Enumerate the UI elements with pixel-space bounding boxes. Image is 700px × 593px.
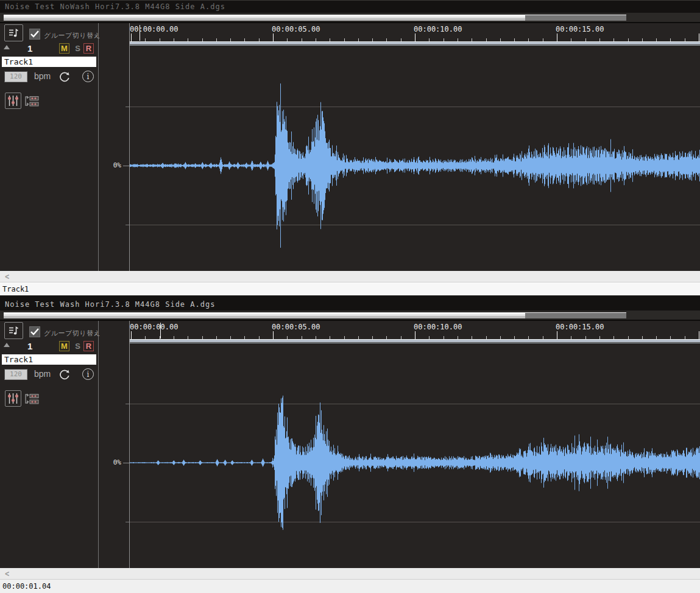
tab-scroll-strip: < [0,271,700,282]
zero-percent-label: 0% [113,161,121,169]
zero-percent-label: 0% [113,458,121,466]
scrollbar-thumb[interactable] [4,313,525,318]
refresh-icon[interactable] [58,71,71,85]
ruler-ticks [130,321,700,339]
mute-button[interactable]: M [59,43,69,54]
group-toggle-checkbox[interactable] [29,29,40,40]
waveform-column: 00:00:00.0000:00:05.0000:00:10.0000:00:1… [130,23,700,271]
track-tab[interactable]: Track1 [0,282,700,295]
amplitude-scale-gutter: 0% [99,321,130,568]
status-bar-time: 00:00:01.04 [0,580,700,593]
bpm-input[interactable]: 120 [4,71,27,82]
mute-button[interactable]: M [59,341,69,351]
playhead-cursor[interactable] [160,323,161,339]
mixer-button[interactable] [5,93,21,109]
tab-scroll-strip: < [0,568,700,580]
playhead-cursor[interactable] [140,25,140,41]
music-note-icon [8,27,19,38]
scroll-left-button[interactable]: < [5,272,9,282]
effect-routing-icon[interactable] [23,393,40,407]
faders-icon [7,392,19,405]
track-name-field[interactable]: Track1 [2,57,96,67]
zero-tick [123,166,129,166]
scrollbar-thumb[interactable] [4,15,525,21]
clip-region-bar[interactable] [130,339,700,344]
collapse-track-arrow[interactable] [4,343,10,347]
window-title: Noise Test Wash Hori7.3.8 M44G8 Side A.d… [5,300,215,309]
track-control-sidebar: グループ切り替え 1 M S R Track1 120 bpm [0,23,99,271]
lower-grid-tick [126,522,129,522]
info-icon[interactable]: i [82,368,94,380]
timeline-ruler[interactable]: 00:00:00.0000:00:05.0000:00:10.0000:00:1… [130,23,700,41]
ruler-ticks [130,23,700,41]
window-titlebar[interactable]: Noise Test NoWash Hori7.3.8 M44G8 Side A… [0,0,700,13]
info-icon[interactable]: i [82,71,94,82]
track-number: 1 [27,43,32,54]
effect-routing-icon[interactable] [23,95,40,110]
check-icon [30,30,39,38]
waveform-display[interactable] [130,46,700,271]
app-root: Noise Test NoWash Hori7.3.8 M44G8 Side A… [0,0,700,593]
score-view-button[interactable] [4,322,23,339]
group-toggle-label: グループ切り替え [44,329,101,338]
clip-region-bar[interactable] [130,41,700,46]
upper-grid-tick [126,107,129,107]
zero-tick [123,463,129,463]
upper-grid-tick [126,404,129,404]
horizontal-scrollbar[interactable] [0,13,700,23]
waveform-display[interactable] [130,344,700,568]
solo-button[interactable]: S [72,341,83,351]
bpm-label: bpm [34,369,51,379]
faders-icon [7,94,19,107]
timeline-ruler[interactable]: 00:00:00.0000:00:05.0000:00:10.0000:00:1… [130,321,700,339]
editor-window-wash: Noise Test Wash Hori7.3.8 M44G8 Side A.d… [0,295,700,593]
waveform-column: 00:00:00.0000:00:05.0000:00:10.0000:00:1… [130,321,700,568]
solo-button[interactable]: S [72,43,83,54]
scroll-left-button[interactable]: < [5,569,9,579]
track-control-sidebar: グループ切り替え 1 M S R Track1 120 bpm [0,321,99,568]
bpm-input[interactable]: 120 [4,369,27,380]
collapse-track-arrow[interactable] [4,45,10,49]
scrollbar-track[interactable] [4,312,626,318]
group-toggle-label: グループ切り替え [44,31,101,40]
lower-grid-tick [126,225,129,225]
window-titlebar[interactable]: Noise Test Wash Hori7.3.8 M44G8 Side A.d… [0,295,700,311]
score-view-button[interactable] [4,24,23,41]
record-button[interactable]: R [83,341,94,351]
group-toggle-checkbox[interactable] [29,326,40,337]
scrollbar-track[interactable] [4,15,626,21]
track-name-field[interactable]: Track1 [2,354,96,365]
editor-window-nowash: Noise Test NoWash Hori7.3.8 M44G8 Side A… [0,0,700,295]
track-number: 1 [27,341,32,351]
amplitude-scale-gutter: 0% [99,23,130,271]
record-button[interactable]: R [83,43,94,54]
window-title: Noise Test NoWash Hori7.3.8 M44G8 Side A… [5,2,225,11]
bpm-label: bpm [34,71,51,81]
mixer-button[interactable] [5,390,21,407]
horizontal-scrollbar[interactable] [0,311,700,321]
refresh-icon[interactable] [58,368,71,383]
music-note-icon [8,325,19,336]
check-icon [30,328,39,335]
